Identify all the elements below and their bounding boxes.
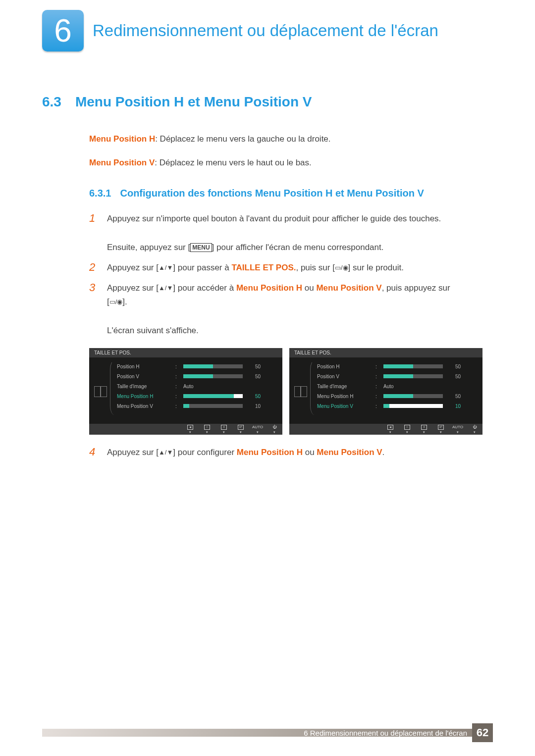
osd-title: TAILLE ET POS.	[289, 348, 482, 357]
osd-row-position-v: Position V: 50	[117, 371, 275, 381]
osd-row-value: 10	[248, 403, 261, 409]
osd-row-value: Auto	[383, 384, 394, 389]
step-number: 2	[89, 261, 98, 275]
step-2-target: TAILLE ET POS.	[231, 263, 296, 272]
osd-row-name: Taille d'image	[117, 384, 170, 389]
osd-row-value: 50	[448, 394, 461, 399]
step-3-b: Menu Position V	[316, 283, 381, 293]
osd-row-name: Menu Position H	[317, 394, 371, 399]
section-heading: 6.3 Menu Position H et Menu Position V	[42, 94, 493, 110]
osd-row-name: Position V	[317, 374, 371, 379]
menu-button-icon: MENU	[190, 243, 212, 252]
step-3-post3: ].	[122, 297, 127, 306]
slider-bar	[383, 394, 443, 398]
up-down-arrow-icon: ▲/▼	[159, 284, 173, 292]
up-down-arrow-icon: ▲/▼	[159, 264, 173, 271]
step-3-post1: , puis appuyez sur	[382, 283, 450, 293]
section-content: 6.3 Menu Position H et Menu Position V M…	[42, 94, 493, 466]
step-4-b: Menu Position V	[317, 448, 382, 457]
subsection-title: Configuration des fonctions Menu Positio…	[120, 188, 424, 199]
osd-row-position-h: Position H: 50	[317, 361, 476, 371]
osd-row-taille-image: Taille d'image: Auto	[317, 381, 476, 391]
step-2-post1: , puis sur [	[296, 263, 334, 272]
step-3-or: ou	[302, 283, 316, 293]
osd-row-name: Menu Position V	[317, 403, 371, 409]
chapter-title: Redimensionnement ou déplacement de l'éc…	[93, 20, 438, 41]
step-1: 1 Appuyez sur n'importe quel bouton à l'…	[89, 212, 493, 255]
slider-bar	[183, 404, 243, 408]
desc-mpv-label: Menu Position V	[89, 158, 155, 167]
desc-mph-text: : Déplacez le menu vers la gauche ou la …	[155, 134, 330, 144]
osd-row-name: Position H	[117, 364, 170, 369]
osd-row-value: 50	[448, 364, 461, 369]
osd-row-value: 50	[448, 374, 461, 379]
step-3-a: Menu Position H	[236, 283, 302, 293]
desc-mph-label: Menu Position H	[89, 134, 155, 144]
osd-row-value: 10	[448, 403, 461, 409]
step-2-post2: ] sur le produit.	[348, 263, 404, 272]
slider-bar	[183, 374, 243, 378]
chapter-number-badge: 6	[42, 10, 84, 51]
osd-row-name: Menu Position V	[117, 403, 170, 409]
osd-footer-enter-icon: ↵▾	[438, 425, 444, 434]
step-3: 3 Appuyez sur [▲/▼] pour accéder à Menu …	[89, 281, 493, 339]
page-header: 6 Redimensionnement ou déplacement de l'…	[42, 10, 493, 51]
subsection-number: 6.3.1	[89, 188, 111, 199]
step-2-mid: ] pour passer à	[173, 263, 231, 272]
step-4-pre: Appuyez sur [	[107, 448, 159, 457]
osd-panel-mpv: TAILLE ET POS. Position H: 50 Position V…	[289, 348, 482, 435]
desc-mpv-text: : Déplacez le menu vers le haut ou le ba…	[155, 158, 312, 167]
step-2: 2 Appuyez sur [▲/▼] pour passer à TAILLE…	[89, 261, 493, 275]
steps-list: 1 Appuyez sur n'importe quel bouton à l'…	[89, 212, 493, 338]
step-3-pre: Appuyez sur [	[107, 283, 159, 293]
page-footer: 6 Redimensionnement ou déplacement de l'…	[42, 723, 493, 742]
step-1-text-a: Appuyez sur n'importe quel bouton à l'av…	[107, 214, 441, 223]
osd-footer-auto: AUTO▾	[455, 425, 461, 434]
slider-bar	[183, 394, 243, 398]
up-down-arrow-icon: ▲/▼	[159, 449, 173, 456]
osd-footer-plus-icon: +▾	[221, 425, 227, 434]
steps-list-cont: 4 Appuyez sur [▲/▼] pour configurer Menu…	[89, 446, 493, 460]
step-3-line2: L'écran suivant s'affiche.	[107, 326, 199, 335]
step-3-mid: ] pour accéder à	[173, 283, 236, 293]
step-number: 1	[89, 212, 98, 255]
osd-category-icon	[94, 386, 107, 397]
osd-row-menu-position-v: Menu Position V: 10	[317, 401, 476, 411]
subsection-heading: 6.3.1 Configuration des fonctions Menu P…	[89, 188, 493, 199]
osd-row-value: 50	[248, 394, 261, 399]
desc-mpv: Menu Position V: Déplacez le menu vers l…	[89, 156, 493, 169]
step-4-or: ou	[303, 448, 317, 457]
osd-footer: ◂▾ −▾ +▾ ↵▾ AUTO▾ ⏻▾	[89, 424, 282, 435]
osd-category-icon	[294, 386, 307, 397]
step-4-mid: ] pour configurer	[173, 448, 237, 457]
osd-row-name: Position H	[317, 364, 371, 369]
osd-footer-back-icon: ◂▾	[387, 425, 393, 434]
osd-row-name: Menu Position H	[117, 394, 170, 399]
slider-bar	[383, 404, 443, 408]
osd-row-menu-position-h: Menu Position H: 50	[317, 391, 476, 401]
osd-row-value: 50	[248, 374, 261, 379]
osd-footer-power-icon: ⏻▾	[472, 425, 478, 434]
osd-row-name: Taille d'image	[317, 384, 371, 389]
step-number: 4	[89, 446, 98, 460]
osd-row-name: Position V	[117, 374, 170, 379]
step-2-pre: Appuyez sur [	[107, 263, 159, 272]
footer-page-number: 62	[472, 723, 493, 742]
footer-text: 6 Redimensionnement ou déplacement de l'…	[304, 729, 467, 737]
section-title: Menu Position H et Menu Position V	[75, 94, 312, 110]
osd-row-value: 50	[248, 364, 261, 369]
step-4: 4 Appuyez sur [▲/▼] pour configurer Menu…	[89, 446, 493, 460]
osd-footer: ◂▾ −▾ +▾ ↵▾ AUTO▾ ⏻▾	[289, 424, 482, 435]
section-number: 6.3	[42, 94, 61, 110]
rect-enter-icon: ▭/◉	[109, 298, 123, 305]
osd-row-taille-image: Taille d'image: Auto	[117, 381, 275, 391]
osd-footer-minus-icon: −▾	[204, 425, 210, 434]
osd-footer-auto: AUTO▾	[255, 425, 261, 434]
step-1-text-b-post: ] pour afficher l'écran de menu correspo…	[212, 243, 384, 252]
osd-footer-plus-icon: +▾	[421, 425, 427, 434]
osd-screenshots: TAILLE ET POS. Position H: 50 Position V…	[89, 348, 493, 435]
desc-mph: Menu Position H: Déplacez le menu vers l…	[89, 133, 493, 146]
osd-footer-enter-icon: ↵▾	[238, 425, 244, 434]
osd-arc-decor	[110, 360, 119, 415]
osd-title: TAILLE ET POS.	[89, 348, 282, 357]
